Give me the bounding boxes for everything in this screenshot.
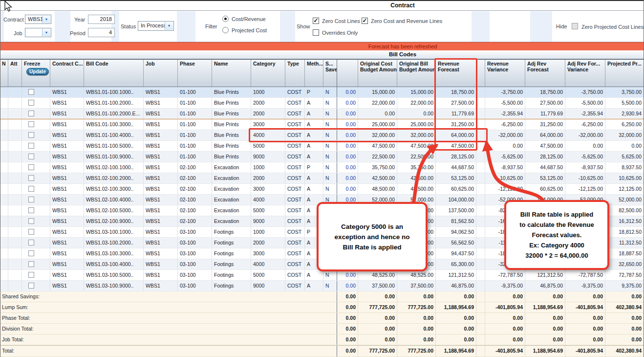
table-row[interactable]: WBS1WBS1.03-100.9000..WBS103-100Footings… <box>0 281 644 291</box>
period-input[interactable]: 4 <box>88 28 115 37</box>
year-input[interactable]: 2018 <box>88 15 115 24</box>
cell-adj_rev_forecast: 53,125.00 <box>525 173 565 183</box>
cell-projected: 11,312.50 <box>605 238 644 248</box>
cell-bill_code: WBS1.01-100.2000.. <box>84 98 144 108</box>
cell-job: WBS1 <box>144 98 178 108</box>
table-row[interactable]: WBS1WBS1.02-100.2000..WBS102-100Excavati… <box>0 173 644 184</box>
checkbox-overrides-only[interactable] <box>313 29 319 36</box>
cell-spacer <box>476 195 485 205</box>
freeze-checkbox[interactable] <box>28 175 34 181</box>
chevron-down-icon[interactable]: ▼ <box>165 22 173 30</box>
cell-meth: P <box>305 87 323 97</box>
cell-meth: A <box>305 270 323 280</box>
cell-att <box>8 130 22 140</box>
chevron-down-icon[interactable]: ▼ <box>42 29 50 36</box>
table-row[interactable]: WBS1WBS1.01-100.5000..WBS101-100Blue Pri… <box>0 141 644 152</box>
cell-category: 9000 <box>251 281 285 291</box>
summary-value-adj_rev_forecast: 0.00 <box>525 324 565 334</box>
table-row[interactable]: WBS1WBS1.01-100.9000..WBS101-100Blue Pri… <box>0 152 644 162</box>
decor-band <box>55 11 70 42</box>
cell-meth: A <box>305 141 323 151</box>
job-select[interactable]: ▼ <box>25 28 51 37</box>
radio-projected-cost[interactable] <box>222 27 229 33</box>
freeze-checkbox[interactable] <box>28 261 34 267</box>
status-select[interactable]: In Process ▼ <box>138 21 174 31</box>
freeze-checkbox[interactable] <box>28 186 34 192</box>
table-row[interactable]: WBS1WBS1.02-100.3000..WBS102-100Excavati… <box>0 184 644 195</box>
freeze-checkbox[interactable] <box>28 164 34 170</box>
freeze-checkbox[interactable] <box>28 154 34 159</box>
cell-spacer <box>476 248 485 259</box>
freeze-checkbox[interactable] <box>28 250 34 256</box>
col-header-orig_bill: Original BillBudget Amoun <box>397 60 436 87</box>
freeze-checkbox[interactable] <box>28 240 34 245</box>
cell-rev_forecast: 60,625.00 <box>436 184 476 194</box>
cell-n <box>0 205 8 216</box>
summary-value-rev_forecast: 0.00 <box>436 291 476 302</box>
summary-value-orig_cost: 0.00 <box>358 291 397 302</box>
cell-projected: 2,930.94 <box>605 109 644 119</box>
contract-select[interactable]: WBS1 ▼ <box>25 15 51 24</box>
cell-unlabeled: 0.00 <box>337 184 358 194</box>
cell-orig_bill: 22,000.00 <box>397 98 436 108</box>
table-row[interactable]: WBS1WBS1.01-100.1000..WBS101-100Blue Pri… <box>0 87 644 98</box>
cell-unlabeled: 0.00 <box>337 162 358 173</box>
cell-phase: 01-100 <box>178 130 212 140</box>
table-row[interactable]: WBS1WBS1.02-100.1000..WBS102-100Excavati… <box>0 162 644 173</box>
cell-type: COST <box>285 259 305 269</box>
freeze-checkbox[interactable] <box>28 197 34 202</box>
freeze-checkbox[interactable] <box>28 121 34 127</box>
bill-codes-title: Bill Codes <box>0 50 644 59</box>
cell-phase: 03-100 <box>178 281 212 291</box>
freeze-checkbox[interactable] <box>28 100 34 106</box>
cell-type: COST <box>285 152 305 162</box>
cell-projected: 5,500.00 <box>605 98 644 108</box>
cell-n <box>0 184 8 194</box>
cell-save: N <box>323 119 337 130</box>
cell-meth: A <box>305 281 323 291</box>
cell-rev_forecast: 46,875.00 <box>436 281 476 291</box>
summary-value-adj_rev_variance: -401,805.94 <box>565 302 605 312</box>
table-row[interactable]: WBS1WBS1.01-100.4000..WBS101-100Blue Pri… <box>0 130 644 141</box>
freeze-checkbox[interactable] <box>28 283 34 289</box>
cell-name: Footings <box>212 281 251 291</box>
cell-orig_cost: 37,500.00 <box>358 281 397 291</box>
cell-rev_variance: -9,375.00 <box>485 281 525 291</box>
summary-row: Phase Total:0.000.000.000.000.000.000.00… <box>0 313 644 324</box>
freeze-checkbox[interactable] <box>28 207 34 213</box>
cell-bill_code: WBS1.03-100.4000.. <box>84 259 144 269</box>
checkbox-zero-projected-cost-lines[interactable] <box>572 23 578 29</box>
cell-orig_cost: 48,525.00 <box>358 270 397 280</box>
freeze-checkbox[interactable] <box>28 272 34 278</box>
cell-name: Blue Prints <box>212 141 251 151</box>
table-row[interactable]: WBS1WBS1.03-100.5000..WBS103-100Footings… <box>0 270 644 281</box>
radio-cost-revenue[interactable] <box>222 16 229 22</box>
update-button[interactable]: Update <box>26 68 49 75</box>
freeze-checkbox[interactable] <box>28 89 34 95</box>
cell-bill_code: WBS1.02-100.3000.. <box>84 184 144 194</box>
cell-name: Footings <box>212 270 251 280</box>
cell-projected: 82,500.00 <box>605 205 644 216</box>
freeze-checkbox[interactable] <box>28 111 34 116</box>
checkbox-zero-cost-lines[interactable] <box>313 18 319 24</box>
freeze-checkbox[interactable] <box>28 229 34 235</box>
cell-freeze <box>22 270 50 280</box>
cell-rev_variance: -8,937.50 <box>485 162 525 173</box>
cell-meth: A <box>305 173 323 183</box>
cell-n <box>0 152 8 162</box>
col-header-contract: Contract C... <box>50 60 84 87</box>
callout-text-line: Category 5000 is an <box>319 222 426 232</box>
table-row[interactable]: WBS1WBS1.01-100.2000..WBS101-100Blue Pri… <box>0 98 644 109</box>
table-row[interactable]: WBS1WBS1.01-100.3000..WBS101-100Blue Pri… <box>0 119 644 130</box>
freeze-checkbox[interactable] <box>28 218 34 224</box>
cell-type: COST <box>285 238 305 248</box>
freeze-checkbox[interactable] <box>28 132 34 138</box>
freeze-checkbox[interactable] <box>28 143 34 149</box>
cell-contract: WBS1 <box>50 152 84 162</box>
checkbox-zero-cost-and-revenue-lines[interactable] <box>362 18 368 24</box>
cell-type: COST <box>285 216 305 226</box>
cell-job: WBS1 <box>144 238 178 248</box>
chevron-down-icon[interactable]: ▼ <box>42 16 50 23</box>
cell-phase: 01-100 <box>178 141 212 151</box>
table-row[interactable]: WBS1WBS1.01-100.2000.E...WBS101-100Blue … <box>0 109 644 119</box>
